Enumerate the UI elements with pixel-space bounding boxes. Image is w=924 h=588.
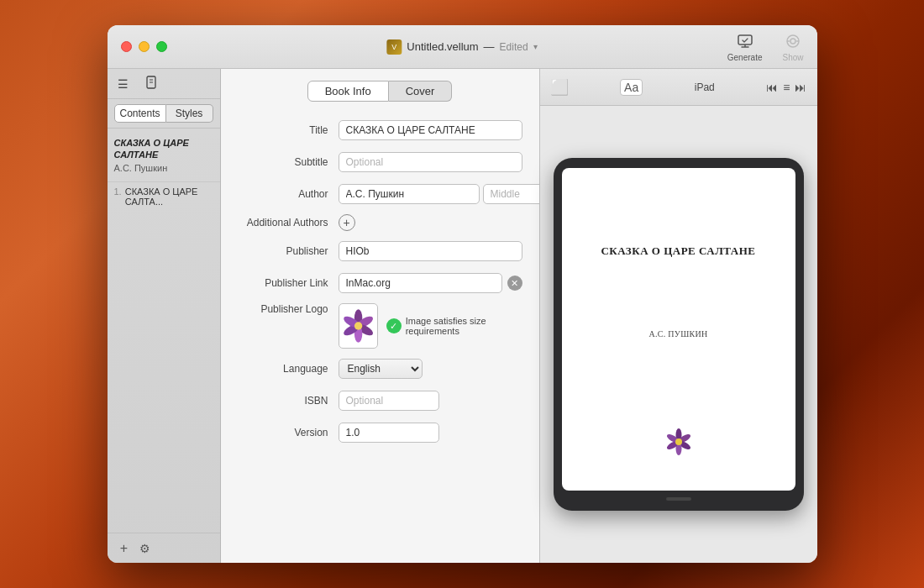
close-button[interactable] xyxy=(121,41,132,52)
title-input[interactable] xyxy=(339,120,522,140)
publisher-label: Publisher xyxy=(238,245,339,257)
logo-status: ✓ Image satisfies size requirements xyxy=(386,316,522,336)
cover-flower-icon xyxy=(664,427,694,457)
title-row: Title xyxy=(238,118,522,142)
logo-box[interactable] xyxy=(339,303,378,349)
first-page-button[interactable]: ⏮ xyxy=(766,81,778,94)
preview-icon[interactable] xyxy=(145,76,159,92)
tablet-icon: ⬜ xyxy=(550,78,569,97)
list-view-button[interactable]: ≡ xyxy=(783,81,790,94)
show-icon xyxy=(783,31,803,51)
publisher-row: Publisher xyxy=(238,239,522,263)
add-author-button[interactable]: + xyxy=(339,214,355,231)
author-label: Author xyxy=(238,188,339,200)
show-button[interactable]: Show xyxy=(782,31,803,62)
svg-point-16 xyxy=(354,322,361,329)
clear-publisher-link-button[interactable]: ✕ xyxy=(507,276,522,291)
titlebar: V Untitled.vellum — Edited ▾ Generate xyxy=(108,25,817,69)
form-area: Title Subtitle Author xyxy=(221,112,539,563)
preview-panel: ⬜ Aa iPad ⏮ ≡ ⏭ СКАЗКА О ЦАРЕ САЛТАНЕ xyxy=(540,69,817,563)
styles-tab[interactable]: Styles xyxy=(166,104,213,123)
additional-authors-label: Additional Authors xyxy=(238,217,339,228)
publisher-logo-label: Publisher Logo xyxy=(238,303,339,315)
publisher-link-label: Publisher Link xyxy=(238,277,339,289)
show-label: Show xyxy=(782,53,803,62)
subtitle-label: Subtitle xyxy=(238,156,339,168)
author-first-input[interactable] xyxy=(339,184,480,204)
logo-status-text: Image satisfies size requirements xyxy=(406,316,522,336)
publisher-logo-image xyxy=(339,306,377,346)
fullscreen-button[interactable] xyxy=(156,41,167,52)
traffic-lights xyxy=(121,41,167,52)
additional-authors-row: Additional Authors + xyxy=(238,214,522,231)
publisher-input[interactable] xyxy=(339,241,522,261)
title-dash: — xyxy=(484,40,495,53)
tablet-frame: СКАЗКА О ЦАРЕ САЛТАНЕ А.С. ПУШКИН xyxy=(554,158,804,511)
language-select[interactable]: English xyxy=(339,359,423,379)
contents-tab[interactable]: Contents xyxy=(114,104,166,123)
book-cover-preview: СКАЗКА О ЦАРЕ САЛТАНЕ А.С. ПУШКИН xyxy=(562,168,795,491)
isbn-input[interactable] xyxy=(339,391,439,411)
center-tabs: Book Info Cover xyxy=(221,69,539,112)
publisher-logo-row: Publisher Logo xyxy=(238,303,522,349)
sidebar-book-header: СКАЗКА О ЦАРЕ САЛТАНЕ А.С. Пушкин xyxy=(108,129,220,182)
last-page-button[interactable]: ⏭ xyxy=(795,81,806,94)
svg-point-4 xyxy=(790,39,795,44)
author-fields xyxy=(339,184,540,204)
logo-container: ✓ Image satisfies size requirements xyxy=(339,303,522,349)
preview-nav-buttons: ⏮ ≡ ⏭ xyxy=(766,81,806,94)
app-window: V Untitled.vellum — Edited ▾ Generate xyxy=(108,25,817,563)
tablet-home-button[interactable] xyxy=(666,497,691,501)
add-section-button[interactable]: + xyxy=(116,540,133,557)
app-icon-letter: V xyxy=(391,43,396,51)
subtitle-row: Subtitle xyxy=(238,150,522,174)
cover-author: А.С. ПУШКИН xyxy=(648,329,707,339)
publisher-link-input[interactable] xyxy=(339,273,502,293)
titlebar-center: V Untitled.vellum — Edited ▾ xyxy=(386,39,537,55)
preview-toolbar: ⬜ Aa iPad ⏮ ≡ ⏭ xyxy=(540,69,817,106)
generate-button[interactable]: Generate xyxy=(727,31,763,62)
navigator-icon[interactable]: ☰ xyxy=(118,77,129,91)
sidebar: ☰ Contents Styles СКАЗКА О ЦАРЕ САЛТАНЕ … xyxy=(108,69,221,563)
title-label: Title xyxy=(238,124,339,136)
toolbar-buttons: Generate Show xyxy=(727,31,804,62)
svg-point-23 xyxy=(675,438,682,445)
author-row: Author xyxy=(238,182,522,206)
sidebar-list: 1. СКАЗКА О ЦАРЕ САЛТА... xyxy=(108,182,220,533)
publisher-link-row: Publisher Link ✕ xyxy=(238,271,522,295)
center-panel: Book Info Cover Title Subtitle Author xyxy=(221,69,540,563)
item-number: 1. xyxy=(114,186,122,207)
check-icon: ✓ xyxy=(386,318,402,333)
isbn-label: ISBN xyxy=(238,395,339,407)
isbn-row: ISBN xyxy=(238,389,522,412)
subtitle-input[interactable] xyxy=(339,152,522,172)
list-item[interactable]: 1. СКАЗКА О ЦАРЕ САЛТА... xyxy=(108,182,220,211)
language-label: Language xyxy=(238,363,339,375)
author-middle-input[interactable] xyxy=(483,184,540,204)
generate-icon xyxy=(735,31,755,51)
item-title: СКАЗКА О ЦАРЕ САЛТА... xyxy=(125,186,213,207)
preview-content: СКАЗКА О ЦАРЕ САЛТАНЕ А.С. ПУШКИН xyxy=(540,106,817,563)
window-title: Untitled.vellum xyxy=(407,40,478,53)
sidebar-book-author: А.С. Пушкин xyxy=(114,163,213,173)
version-input[interactable] xyxy=(339,423,439,443)
sidebar-book-title: СКАЗКА О ЦАРЕ САЛТАНЕ xyxy=(114,137,213,161)
settings-icon[interactable]: ⚙ xyxy=(139,542,150,555)
edited-label: Edited xyxy=(500,41,528,53)
sidebar-toolbar: ☰ xyxy=(108,69,220,99)
cover-tab[interactable]: Cover xyxy=(389,81,453,102)
sidebar-footer: + ⚙ xyxy=(108,533,220,563)
font-size-icon[interactable]: Aa xyxy=(620,79,643,96)
tablet-screen: СКАЗКА О ЦАРЕ САЛТАНЕ А.С. ПУШКИН xyxy=(562,168,795,491)
sidebar-tabs: Contents Styles xyxy=(108,99,220,129)
main-content: ☰ Contents Styles СКАЗКА О ЦАРЕ САЛТАНЕ … xyxy=(108,69,817,563)
generate-label: Generate xyxy=(727,53,763,62)
version-row: Version xyxy=(238,421,522,444)
version-label: Version xyxy=(238,427,339,438)
dropdown-arrow[interactable]: ▾ xyxy=(533,42,538,51)
cover-title: СКАЗКА О ЦАРЕ САЛТАНЕ xyxy=(601,244,755,258)
book-info-tab[interactable]: Book Info xyxy=(307,81,389,102)
device-label: iPad xyxy=(695,81,715,93)
minimize-button[interactable] xyxy=(139,41,150,52)
language-row: Language English xyxy=(238,357,522,381)
